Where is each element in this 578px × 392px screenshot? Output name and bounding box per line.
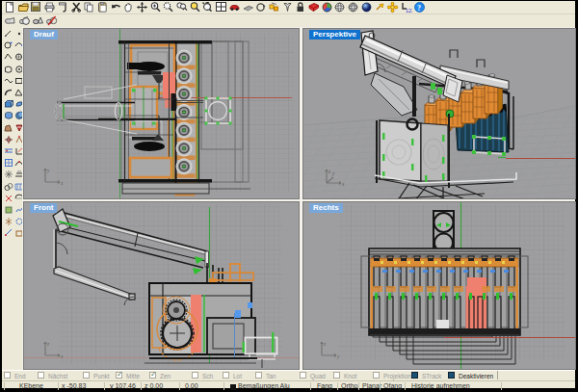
svg-text:x: x (60, 180, 64, 186)
svg-text:?: ? (417, 4, 421, 13)
svg-text:y: y (336, 353, 340, 359)
svg-text:x: x (60, 353, 64, 359)
svg-text:x: x (341, 181, 345, 187)
svg-text:123: 123 (406, 8, 412, 13)
svg-text:y: y (331, 170, 335, 176)
svg-text:y: y (46, 168, 50, 173)
